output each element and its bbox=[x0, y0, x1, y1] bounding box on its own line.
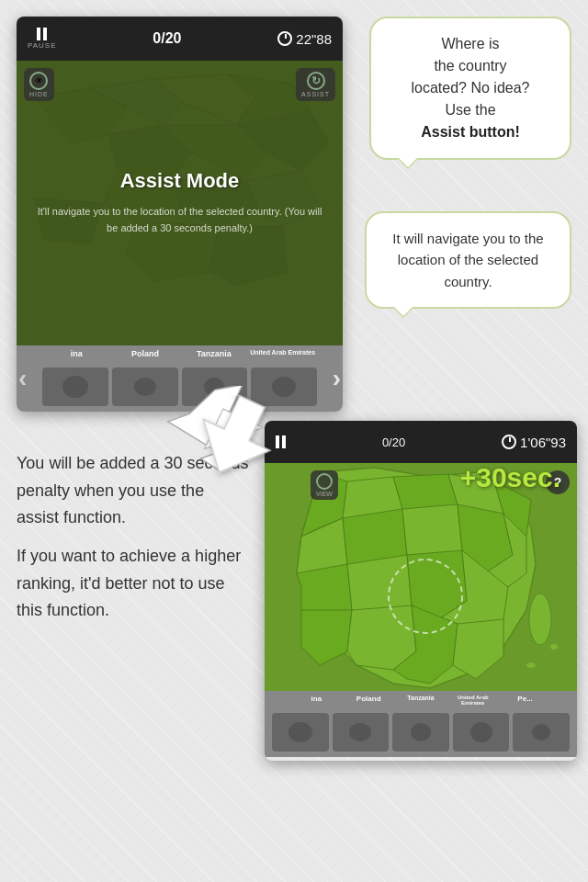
clock-icon-bottom bbox=[502, 435, 516, 449]
svg-point-24 bbox=[532, 724, 550, 741]
timer-display: 22"88 bbox=[277, 31, 332, 47]
country-labels-top: ina Poland Tanzania United Arab Emirates bbox=[42, 349, 317, 358]
nav-right-arrow[interactable]: › bbox=[333, 364, 341, 393]
assist-icon: ↻ bbox=[307, 72, 325, 90]
map-overlay: HIDE ↻ ASSIST Assist Mode It'll navigate… bbox=[17, 61, 343, 345]
speech-bubble-2: It will navigate you to the location of … bbox=[365, 211, 571, 309]
penalty-display: +30sec. bbox=[460, 462, 560, 493]
score-display: 0/20 bbox=[153, 30, 181, 47]
svg-point-13 bbox=[550, 644, 558, 650]
pause-button[interactable]: PAUSE bbox=[28, 28, 57, 50]
country-label-3: Tanzania bbox=[180, 349, 249, 358]
country-label-b1: ina bbox=[290, 695, 343, 706]
flag-item-1[interactable] bbox=[42, 368, 108, 406]
view-button[interactable]: VIEW bbox=[311, 470, 338, 500]
flag-item-b3[interactable] bbox=[392, 713, 449, 752]
flag-item-b1[interactable] bbox=[272, 713, 329, 752]
top-bar: PAUSE 0/20 22"88 bbox=[17, 17, 343, 61]
bubble1-text: Where is the country located? No idea? U… bbox=[388, 33, 553, 143]
flag-item-b5[interactable] bbox=[513, 713, 570, 752]
assist-mode-title: Assist Mode bbox=[120, 169, 240, 193]
bubble2-text: It will navigate you to the location of … bbox=[383, 228, 553, 292]
assist-mode-description: It'll navigate you to the location of th… bbox=[17, 204, 343, 236]
country-label-2: Poland bbox=[111, 349, 180, 358]
country-label-4: United Arab Emirates bbox=[248, 349, 317, 358]
assist-button[interactable]: ↻ ASSIST bbox=[296, 68, 335, 101]
svg-point-11 bbox=[529, 594, 551, 645]
left-text-para2: If you want to achieve a higher ranking,… bbox=[17, 543, 251, 625]
top-bar-bottom: 0/20 1'06"93 bbox=[265, 421, 577, 463]
country-label-b2: Poland bbox=[343, 695, 395, 706]
svg-point-20 bbox=[411, 723, 431, 741]
view-icon bbox=[316, 473, 333, 490]
hide-label: HIDE bbox=[29, 91, 49, 97]
svg-point-1 bbox=[62, 376, 88, 398]
svg-point-7 bbox=[272, 377, 296, 397]
bubble1-line1: Where is bbox=[441, 36, 499, 51]
bubble1-line4: Use the bbox=[445, 102, 495, 118]
bubble1-line2: the country bbox=[434, 58, 506, 74]
bubble1-line3: located? No idea? bbox=[412, 80, 530, 96]
nav-left-arrow[interactable]: ‹ bbox=[18, 364, 27, 393]
svg-point-18 bbox=[349, 723, 371, 741]
pause-label: PAUSE bbox=[28, 41, 57, 50]
svg-point-12 bbox=[526, 662, 536, 668]
flag-item-b2[interactable] bbox=[333, 713, 390, 752]
country-labels-bottom: ina Poland Tanzania United Arab Emirates… bbox=[290, 695, 551, 706]
bubble1-bold: Assist button! bbox=[421, 124, 520, 140]
speech-bubble-1: Where is the country located? No idea? U… bbox=[369, 17, 571, 160]
hide-icon bbox=[29, 72, 48, 90]
svg-point-3 bbox=[134, 378, 156, 396]
map-area-bottom: VIEW ? bbox=[265, 463, 577, 691]
hide-button[interactable]: HIDE bbox=[24, 68, 54, 101]
country-label-b3: Tanzania bbox=[395, 695, 447, 706]
arrow-svg bbox=[184, 395, 294, 487]
svg-point-22 bbox=[470, 722, 492, 742]
flags-row-bottom bbox=[272, 713, 570, 752]
svg-point-16 bbox=[288, 722, 312, 742]
flag-item-b4[interactable] bbox=[453, 713, 510, 752]
timer-bottom: 1'06"93 bbox=[502, 435, 566, 450]
view-label: VIEW bbox=[316, 491, 333, 497]
svg-marker-10 bbox=[186, 395, 285, 487]
timer-value: 22"88 bbox=[296, 31, 332, 47]
clock-icon bbox=[277, 31, 292, 46]
map-area-top: HIDE ↻ ASSIST Assist Mode It'll navigate… bbox=[17, 61, 343, 345]
flags-strip-bottom: ina Poland Tanzania United Arab Emirates… bbox=[265, 691, 577, 757]
country-label-b5: Pe... bbox=[499, 695, 551, 706]
top-game-screen: PAUSE 0/20 22"88 bbox=[17, 17, 343, 412]
country-label-1: ina bbox=[42, 349, 111, 358]
timer-value-bottom: 1'06"93 bbox=[520, 435, 566, 450]
score-bottom: 0/20 bbox=[382, 435, 405, 449]
assist-label: ASSIST bbox=[301, 91, 330, 97]
country-label-b4: United Arab Emirates bbox=[447, 695, 499, 706]
